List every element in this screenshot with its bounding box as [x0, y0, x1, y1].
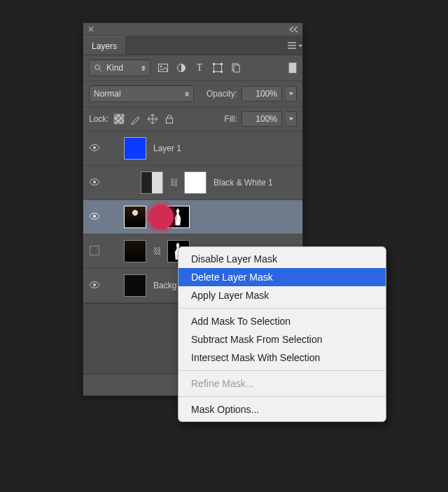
layer-thumbnail[interactable]	[124, 206, 146, 228]
filter-shape-icon[interactable]	[212, 62, 223, 73]
menu-add-mask-to-selection[interactable]: Add Mask To Selection	[178, 312, 386, 330]
visibility-icon-off[interactable]	[89, 246, 100, 258]
filter-type-icons: T	[158, 62, 241, 73]
layer-name[interactable]: Black & White 1	[214, 178, 273, 188]
layer-thumbnail[interactable]	[124, 137, 146, 160]
link-mask-icon[interactable]: ⛓	[153, 246, 160, 256]
panel-header: ✕	[83, 23, 302, 36]
svg-point-0	[95, 65, 100, 70]
tab-layers[interactable]: Layers	[83, 36, 126, 55]
menu-refine-mask: Refine Mask...	[178, 374, 386, 393]
tab-label: Layers	[92, 41, 117, 51]
menu-intersect-mask-with-selection[interactable]: Intersect Mask With Selection	[178, 349, 386, 367]
layer-row[interactable]: Layer 1	[83, 132, 302, 166]
svg-point-14	[93, 215, 96, 218]
visibility-icon[interactable]	[89, 178, 100, 188]
lock-position-icon[interactable]	[147, 113, 158, 125]
menu-subtract-mask-from-selection[interactable]: Subtract Mask From Selection	[178, 330, 386, 349]
menu-delete-layer-mask[interactable]: Delete Layer Mask	[178, 268, 386, 286]
opacity-value[interactable]: 100%	[241, 86, 282, 101]
svg-point-12	[93, 146, 96, 149]
link-mask-icon[interactable]: ⛓	[170, 178, 177, 188]
visibility-icon[interactable]	[89, 212, 100, 223]
mask-thumbnail[interactable]	[167, 206, 190, 228]
opacity-dropdown-icon[interactable]	[286, 86, 297, 101]
filter-toggle-icon[interactable]	[288, 62, 297, 73]
blend-mode-select[interactable]: Normal	[89, 85, 194, 102]
opacity-label: Opacity:	[206, 89, 237, 99]
filter-kind-select[interactable]: Kind	[89, 59, 150, 76]
blend-mode-value: Normal	[94, 89, 121, 99]
mask-thumbnail[interactable]	[184, 171, 206, 194]
svg-rect-8	[220, 71, 223, 73]
menu-mask-options[interactable]: Mask Options...	[178, 400, 386, 419]
blend-row: Normal Opacity: 100%	[83, 81, 302, 107]
menu-separator	[178, 396, 386, 397]
close-icon[interactable]: ✕	[88, 24, 94, 34]
svg-point-2	[160, 66, 162, 68]
svg-point-13	[93, 181, 96, 183]
fill-label: Fill:	[224, 114, 237, 124]
menu-apply-layer-mask[interactable]: Apply Layer Mask	[178, 286, 386, 304]
svg-rect-4	[214, 64, 222, 72]
visibility-icon[interactable]	[89, 281, 100, 291]
menu-separator	[178, 370, 386, 371]
filter-pixel-icon[interactable]	[158, 62, 169, 73]
svg-rect-7	[213, 71, 215, 73]
svg-rect-6	[220, 63, 223, 65]
svg-rect-10	[234, 65, 239, 72]
filter-type-icon[interactable]: T	[194, 62, 205, 73]
mask-context-menu: Disable Layer Mask Delete Layer Mask App…	[178, 246, 386, 422]
lock-row: Lock: Fill: 100%	[83, 107, 302, 132]
svg-rect-11	[166, 118, 172, 123]
fill-dropdown-icon[interactable]	[286, 111, 297, 127]
lock-label: Lock:	[89, 114, 109, 124]
menu-separator	[178, 308, 386, 309]
layer-thumbnail[interactable]	[124, 274, 146, 297]
lock-transparent-icon[interactable]	[113, 113, 125, 125]
filter-smart-icon[interactable]	[230, 62, 241, 73]
panel-menu-icon[interactable]	[287, 36, 302, 55]
layer-row[interactable]: ⛓ Black & White 1	[83, 166, 302, 200]
link-mask-icon[interactable]: ⛓	[153, 212, 160, 222]
svg-point-15	[93, 283, 96, 286]
filter-kind-label: Kind	[106, 63, 123, 73]
menu-disable-layer-mask[interactable]: Disable Layer Mask	[178, 250, 386, 268]
layer-thumbnail[interactable]	[124, 240, 146, 262]
layer-name[interactable]: Layer 1	[153, 143, 181, 153]
collapse-icon[interactable]	[288, 26, 298, 33]
filter-adjustment-icon[interactable]	[176, 62, 187, 73]
layer-name[interactable]: Backg	[153, 281, 176, 290]
lock-all-icon[interactable]	[164, 113, 175, 125]
filter-row: Kind T	[83, 55, 302, 81]
tab-spacer	[126, 36, 287, 55]
svg-rect-5	[213, 63, 215, 65]
lock-pixels-icon[interactable]	[130, 113, 141, 125]
adjustment-thumbnail[interactable]	[141, 171, 163, 194]
layer-row-selected[interactable]: ⛓	[83, 200, 302, 234]
fill-value[interactable]: 100%	[241, 111, 282, 127]
visibility-icon[interactable]	[89, 143, 100, 154]
panel-tabbar: Layers	[83, 36, 302, 55]
search-icon	[94, 64, 102, 72]
